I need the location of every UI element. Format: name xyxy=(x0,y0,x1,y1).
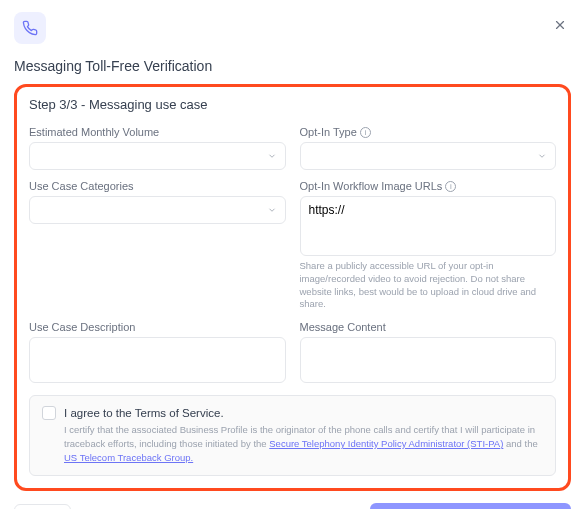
info-icon[interactable]: i xyxy=(445,181,456,192)
optin-urls-textarea[interactable] xyxy=(300,196,557,256)
verification-modal: Messaging Toll-Free Verification Step 3/… xyxy=(0,0,585,509)
volume-select[interactable] xyxy=(29,142,286,170)
chevron-down-icon xyxy=(267,205,277,215)
tos-body-text: I certify that the associated Business P… xyxy=(64,423,543,464)
message-content-textarea[interactable] xyxy=(300,337,557,383)
description-label: Use Case Description xyxy=(29,321,286,333)
info-icon[interactable]: i xyxy=(360,127,371,138)
footer: Back Send information for verification xyxy=(14,503,571,509)
step-container-highlight: Step 3/3 - Messaging use case Estimated … xyxy=(14,84,571,491)
phone-icon-chip xyxy=(14,12,46,44)
tos-checkbox[interactable] xyxy=(42,406,56,420)
chevron-down-icon xyxy=(267,151,277,161)
categories-label: Use Case Categories xyxy=(29,180,286,192)
tos-link-stipa[interactable]: Secure Telephony Identity Policy Adminis… xyxy=(269,438,503,449)
close-button[interactable] xyxy=(553,18,567,36)
message-content-label: Message Content xyxy=(300,321,557,333)
categories-select[interactable] xyxy=(29,196,286,224)
optin-urls-label: Opt-In Workflow Image URLs i xyxy=(300,180,557,192)
back-button[interactable]: Back xyxy=(14,504,71,509)
close-icon xyxy=(553,18,567,32)
tos-link-ustelecom[interactable]: US Telecom Traceback Group. xyxy=(64,452,193,463)
step-title: Step 3/3 - Messaging use case xyxy=(29,97,556,112)
volume-label: Estimated Monthly Volume xyxy=(29,126,286,138)
modal-title: Messaging Toll-Free Verification xyxy=(14,58,571,74)
optin-urls-helper: Share a publicly accessible URL of your … xyxy=(300,260,557,311)
submit-button[interactable]: Send information for verification xyxy=(370,503,571,509)
phone-icon xyxy=(22,20,38,36)
tos-checkbox-label: I agree to the Terms of Service. xyxy=(64,407,224,419)
description-textarea[interactable] xyxy=(29,337,286,383)
tos-box: I agree to the Terms of Service. I certi… xyxy=(29,395,556,475)
optin-type-label: Opt-In Type i xyxy=(300,126,557,138)
chevron-down-icon xyxy=(537,151,547,161)
optin-type-select[interactable] xyxy=(300,142,557,170)
